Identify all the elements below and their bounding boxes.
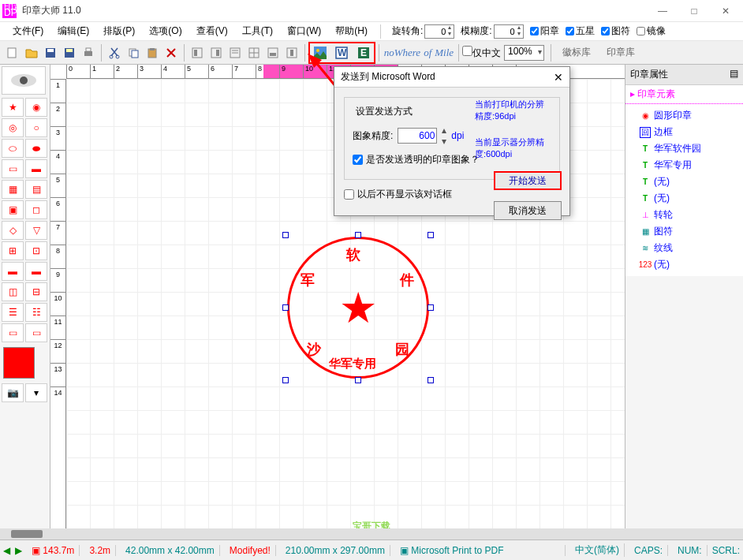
zoom-select[interactable]: 100% (504, 45, 544, 61)
cut-icon[interactable] (106, 44, 123, 62)
new-icon[interactable] (4, 44, 21, 62)
tool-grid2[interactable]: ▤ (25, 180, 47, 199)
tool-bar1[interactable]: ▬ (2, 262, 24, 281)
script-text-3[interactable]: Mile (435, 47, 454, 59)
tree-item[interactable]: ▦图符 (629, 223, 740, 240)
align1-icon[interactable] (189, 44, 206, 62)
arrow-left-icon[interactable]: ◀ (3, 545, 10, 556)
tool-bar2[interactable]: ▬ (25, 262, 47, 281)
badge-lib-button[interactable]: 徽标库 (554, 44, 599, 61)
saveas-icon[interactable] (61, 44, 78, 62)
seal-lib-button[interactable]: 印章库 (599, 44, 643, 61)
delete-icon[interactable] (162, 44, 180, 62)
tool-camera[interactable]: 📷 (2, 383, 24, 402)
tool-oval2[interactable]: ⬬ (25, 139, 47, 158)
tree-item[interactable]: T(无) (629, 174, 740, 190)
align4-icon[interactable] (264, 44, 282, 62)
tree-item[interactable]: 回边框 (629, 124, 740, 140)
tool-grid4[interactable]: ⊡ (25, 241, 47, 260)
tool-sq1[interactable]: ▣ (2, 200, 24, 219)
menu-file[interactable]: 文件(F) (6, 23, 50, 39)
sel-handle[interactable] (282, 232, 289, 238)
menu-view[interactable]: 查看(V) (190, 23, 234, 39)
chk-sun[interactable]: 阳章 (530, 24, 559, 38)
script-text-2[interactable]: of (424, 47, 431, 59)
export-excel-icon[interactable]: E (355, 44, 372, 62)
tool-tri[interactable]: ▽ (25, 221, 47, 240)
seal-object[interactable]: ★ 软 件 军 沙 园 华军专用 (287, 237, 429, 379)
paste-icon[interactable] (144, 44, 161, 62)
tool-grid3[interactable]: ⊞ (2, 241, 24, 260)
maximize-button[interactable]: □ (678, 0, 710, 22)
tool-star[interactable]: ★ (2, 98, 24, 117)
tool-eq2[interactable]: ☷ (25, 303, 47, 322)
sel-handle[interactable] (282, 304, 289, 311)
tree-item[interactable]: 123(无) (629, 256, 740, 273)
wheel-icon: ⊥ (640, 210, 651, 221)
open-icon[interactable] (23, 44, 40, 62)
save-icon[interactable] (42, 44, 59, 62)
tool-grid1[interactable]: ▦ (2, 180, 24, 199)
menu-option[interactable]: 选项(O) (143, 23, 188, 39)
chk-cn-only[interactable]: 仅中文 (462, 46, 501, 60)
tool-oval[interactable]: ⬭ (2, 139, 24, 158)
tree-item[interactable]: ≋纹线 (629, 240, 740, 256)
rotate-input[interactable]: ▴▾ (424, 24, 454, 39)
tool-eq1[interactable]: ☰ (2, 303, 24, 322)
precision-input[interactable] (398, 128, 437, 144)
tool-h2[interactable]: ▭ (25, 323, 47, 342)
start-send-button[interactable]: 开始发送 (494, 171, 562, 190)
menu-layout[interactable]: 排版(P) (97, 23, 141, 39)
tree-item[interactable]: T华军专用 (629, 157, 740, 174)
chk-mirror[interactable]: 镜像 (637, 24, 666, 38)
section-header[interactable]: ▸ 印章元素 (625, 85, 743, 104)
sel-handle[interactable] (282, 377, 289, 383)
menu-tool[interactable]: 工具(T) (236, 23, 279, 39)
align2-icon[interactable] (207, 44, 225, 62)
tool-dropdown[interactable]: ▾ (25, 383, 47, 402)
arrow-right-icon[interactable]: ▶ (15, 545, 22, 556)
dialog-close-icon[interactable]: ✕ (554, 71, 563, 84)
export-image-icon[interactable] (312, 44, 329, 62)
menu-edit[interactable]: 编辑(E) (51, 23, 95, 39)
menu-window[interactable]: 窗口(W) (281, 23, 327, 39)
scrollbar-horizontal[interactable] (0, 528, 743, 539)
chk-star[interactable]: 五星 (566, 24, 595, 38)
tool-ring[interactable]: ○ (25, 118, 47, 137)
grid-icon[interactable] (245, 44, 263, 62)
tool-circle[interactable]: ◉ (25, 98, 47, 117)
tool-target[interactable]: ◎ (2, 118, 24, 137)
close-button[interactable]: ✕ (710, 0, 741, 22)
panel-close-icon[interactable]: ▤ (730, 68, 738, 81)
menu-help[interactable]: 帮助(H) (329, 23, 374, 39)
copy-icon[interactable] (125, 44, 142, 62)
tool-split2[interactable]: ⊟ (25, 282, 47, 301)
tool-rect[interactable]: ▭ (2, 159, 24, 178)
cancel-send-button[interactable]: 取消发送 (494, 201, 562, 220)
tool-rect2[interactable]: ▬ (25, 159, 47, 178)
tree-item[interactable]: ⊥转轮 (629, 207, 740, 223)
blur-input[interactable]: ▴▾ (494, 24, 524, 39)
sel-handle[interactable] (355, 232, 361, 238)
sel-handle[interactable] (428, 304, 434, 311)
sel-handle[interactable] (428, 377, 434, 383)
tree-item[interactable]: T华军软件园 (629, 140, 740, 157)
script-text-1[interactable]: noWhere (384, 47, 420, 59)
export-word-icon[interactable]: W (333, 44, 350, 62)
tree-item[interactable]: T(无) (629, 190, 740, 207)
color-swatch[interactable] (3, 347, 35, 379)
sel-handle[interactable] (428, 232, 434, 238)
align3-icon[interactable] (226, 44, 244, 62)
tool-sq2[interactable]: ◻ (25, 200, 47, 219)
print-icon[interactable] (80, 44, 97, 62)
tool-split1[interactable]: ◫ (2, 282, 24, 301)
tree-item[interactable]: ◉圆形印章 (629, 107, 740, 124)
tool-diamond[interactable]: ◇ (2, 221, 24, 240)
minimize-button[interactable]: — (647, 0, 678, 22)
align5-icon[interactable] (283, 44, 301, 62)
chk-glyph[interactable]: 图符 (601, 24, 630, 38)
svg-rect-9 (86, 48, 91, 51)
tool-h1[interactable]: ▭ (2, 323, 24, 342)
sel-handle[interactable] (355, 377, 361, 383)
ruler-vertical[interactable]: 1234567891011121314 (50, 79, 66, 539)
